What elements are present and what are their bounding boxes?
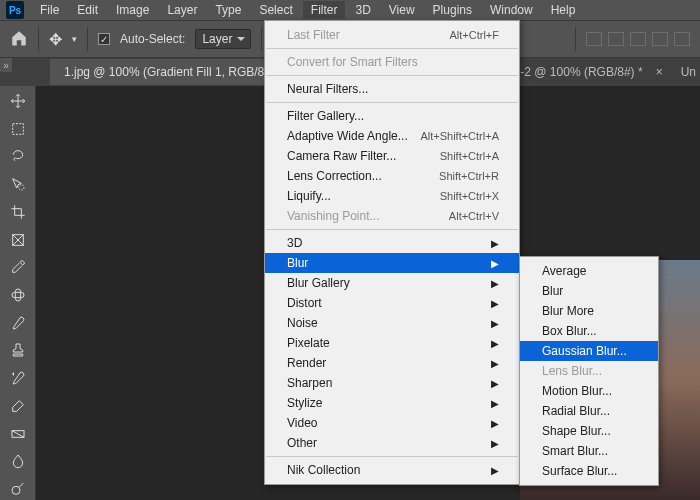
filter-menu-item[interactable]: Nik Collection▶ — [265, 460, 519, 480]
filter-menu-item[interactable]: 3D▶ — [265, 233, 519, 253]
menu-3d[interactable]: 3D — [347, 1, 378, 19]
menu-view[interactable]: View — [381, 1, 423, 19]
menu-item-label: Motion Blur... — [542, 384, 612, 398]
blur-submenu-item[interactable]: Radial Blur... — [520, 401, 658, 421]
svg-point-6 — [12, 486, 20, 494]
align-controls[interactable] — [586, 32, 690, 46]
filter-menu-item[interactable]: Camera Raw Filter...Shift+Ctrl+A — [265, 146, 519, 166]
menu-select[interactable]: Select — [251, 1, 300, 19]
svg-rect-4 — [12, 292, 24, 297]
menu-image[interactable]: Image — [108, 1, 157, 19]
tab-inactive-clipped[interactable]: Un — [677, 59, 700, 85]
autoselect-label: Auto-Select: — [120, 32, 185, 46]
menu-item-label: Blur Gallery — [287, 276, 350, 290]
filter-menu-item[interactable]: Adaptive Wide Angle...Alt+Shift+Ctrl+A — [265, 126, 519, 146]
move-tool-icon[interactable] — [5, 90, 31, 112]
blur-submenu-item[interactable]: Motion Blur... — [520, 381, 658, 401]
blur-submenu-item[interactable]: Shape Blur... — [520, 421, 658, 441]
submenu-arrow-icon: ▶ — [491, 358, 499, 369]
filter-menu-item[interactable]: Pixelate▶ — [265, 333, 519, 353]
svg-rect-3 — [15, 289, 20, 301]
eraser-tool-icon[interactable] — [5, 395, 31, 417]
menu-item-label: Stylize — [287, 396, 322, 410]
home-icon[interactable] — [10, 29, 28, 50]
menu-item-label: Gaussian Blur... — [542, 344, 627, 358]
submenu-arrow-icon: ▶ — [491, 378, 499, 389]
move-dropdown-icon[interactable]: ▾ — [72, 34, 77, 44]
menu-file[interactable]: File — [32, 1, 67, 19]
menu-item-label: Camera Raw Filter... — [287, 149, 396, 163]
menu-item-label: Other — [287, 436, 317, 450]
menu-item-label: Radial Blur... — [542, 404, 610, 418]
quick-select-tool-icon[interactable] — [5, 173, 31, 195]
healing-tool-icon[interactable] — [5, 284, 31, 306]
submenu-arrow-icon: ▶ — [491, 398, 499, 409]
eyedropper-tool-icon[interactable] — [5, 256, 31, 278]
filter-menu-item[interactable]: Neural Filters... — [265, 79, 519, 99]
blur-submenu-item[interactable]: Smart Blur... — [520, 441, 658, 461]
shortcut-label: Alt+Ctrl+F — [449, 29, 499, 41]
svg-rect-0 — [12, 123, 23, 134]
menu-item-label: Blur — [287, 256, 308, 270]
filter-menu-item[interactable]: Stylize▶ — [265, 393, 519, 413]
shortcut-label: Alt+Ctrl+V — [449, 210, 499, 222]
filter-menu-item[interactable]: Liquify...Shift+Ctrl+X — [265, 186, 519, 206]
filter-menu-item[interactable]: Other▶ — [265, 433, 519, 453]
gradient-tool-icon[interactable] — [5, 423, 31, 445]
filter-menu-item[interactable]: Distort▶ — [265, 293, 519, 313]
filter-menu-item[interactable]: Blur Gallery▶ — [265, 273, 519, 293]
submenu-arrow-icon: ▶ — [491, 238, 499, 249]
submenu-arrow-icon: ▶ — [491, 438, 499, 449]
filter-menu-item[interactable]: Noise▶ — [265, 313, 519, 333]
menu-item-label: Neural Filters... — [287, 82, 368, 96]
tab-inactive[interactable]: ed-2 @ 100% (RGB/8#) * × — [493, 59, 677, 85]
tab-label: Un — [681, 65, 696, 79]
menu-item-label: Lens Correction... — [287, 169, 382, 183]
submenu-arrow-icon: ▶ — [491, 258, 499, 269]
menu-window[interactable]: Window — [482, 1, 541, 19]
menu-layer[interactable]: Layer — [159, 1, 205, 19]
blur-submenu-item[interactable]: Blur — [520, 281, 658, 301]
menu-item-label: Nik Collection — [287, 463, 360, 477]
filter-menu-item[interactable]: Blur▶ — [265, 253, 519, 273]
filter-menu-item[interactable]: Filter Gallery... — [265, 106, 519, 126]
filter-menu-item[interactable]: Render▶ — [265, 353, 519, 373]
blur-submenu-item[interactable]: Box Blur... — [520, 321, 658, 341]
separator — [266, 102, 518, 103]
menu-item-label: Shape Blur... — [542, 424, 611, 438]
dodge-tool-icon[interactable] — [5, 478, 31, 500]
move-tool-icon[interactable]: ✥ — [49, 30, 62, 49]
blur-submenu-item[interactable]: Average — [520, 261, 658, 281]
stamp-tool-icon[interactable] — [5, 340, 31, 362]
filter-menu-item[interactable]: Video▶ — [265, 413, 519, 433]
menu-item-label: Render — [287, 356, 326, 370]
blur-submenu-item[interactable]: Surface Blur... — [520, 461, 658, 481]
close-icon[interactable]: × — [656, 65, 663, 79]
blur-tool-icon[interactable] — [5, 451, 31, 473]
filter-menu-item: Convert for Smart Filters — [265, 52, 519, 72]
filter-menu-item[interactable]: Lens Correction...Shift+Ctrl+R — [265, 166, 519, 186]
menu-plugins[interactable]: Plugins — [425, 1, 480, 19]
menu-help[interactable]: Help — [543, 1, 584, 19]
history-brush-tool-icon[interactable] — [5, 367, 31, 389]
layer-select[interactable]: Layer — [195, 29, 251, 49]
lasso-tool-icon[interactable] — [5, 145, 31, 167]
submenu-arrow-icon: ▶ — [491, 465, 499, 476]
marquee-tool-icon[interactable] — [5, 118, 31, 140]
crop-tool-icon[interactable] — [5, 201, 31, 223]
expand-panels-icon[interactable]: » — [0, 58, 12, 72]
blur-submenu-item[interactable]: Blur More — [520, 301, 658, 321]
menu-item-label: Surface Blur... — [542, 464, 617, 478]
brush-tool-icon[interactable] — [5, 312, 31, 334]
menu-type[interactable]: Type — [207, 1, 249, 19]
menu-filter[interactable]: Filter — [303, 1, 346, 19]
blur-submenu-item[interactable]: Gaussian Blur... — [520, 341, 658, 361]
menu-item-label: Blur — [542, 284, 563, 298]
frame-tool-icon[interactable] — [5, 229, 31, 251]
submenu-arrow-icon: ▶ — [491, 418, 499, 429]
menu-edit[interactable]: Edit — [69, 1, 106, 19]
menubar: Ps FileEditImageLayerTypeSelectFilter3DV… — [0, 0, 700, 20]
tab-label: 1.jpg @ 100% (Gradient Fill 1, RGB/8#) — [64, 65, 275, 79]
filter-menu-item[interactable]: Sharpen▶ — [265, 373, 519, 393]
autoselect-checkbox[interactable] — [98, 33, 110, 45]
